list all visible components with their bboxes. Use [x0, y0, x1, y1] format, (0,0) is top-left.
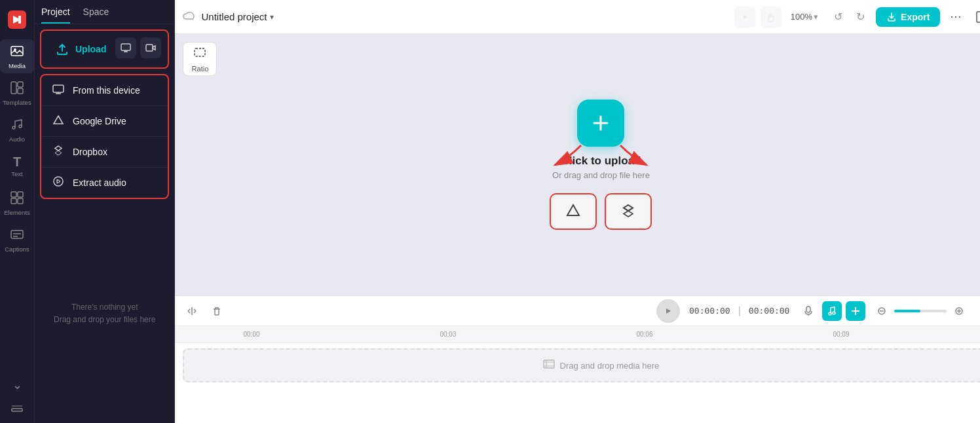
zoom-in-btn[interactable]	[949, 301, 969, 321]
sidebar-item-media[interactable]: Media	[0, 39, 34, 73]
tab-project[interactable]: Project	[41, 7, 70, 24]
zoom-slider-fill	[894, 310, 920, 312]
svg-rect-4	[11, 82, 16, 94]
svg-rect-27	[977, 12, 980, 22]
zoom-slider[interactable]	[894, 310, 947, 312]
cloud-icon	[183, 10, 196, 24]
ratio-button[interactable]: Ratio	[183, 42, 217, 76]
export-button[interactable]: Export	[876, 7, 940, 27]
sidebar-item-text[interactable]: T Text	[0, 149, 34, 183]
media-track-icon	[543, 358, 555, 373]
svg-rect-2	[11, 46, 23, 56]
gdrive-source-btn[interactable]	[550, 193, 597, 230]
svg-rect-55	[544, 360, 554, 368]
music-btn[interactable]	[822, 301, 842, 321]
ruler-mark-3: 00:09	[830, 331, 980, 338]
ruler-marks: 00:00 00:03 00:06 00:09	[240, 331, 980, 338]
sidebar-item-templates[interactable]: Templates	[0, 76, 34, 110]
elements-icon	[10, 191, 24, 207]
svg-point-26	[57, 180, 60, 183]
tab-space[interactable]: Space	[83, 7, 109, 24]
svg-rect-40	[806, 306, 810, 312]
dropbox-source-btn[interactable]	[605, 193, 652, 230]
zoom-chevron-icon: ▾	[814, 12, 818, 22]
drag-drop-text: Or drag and drop file here	[552, 170, 650, 180]
undo-btn[interactable]: ↺	[827, 7, 848, 28]
text-icon: T	[13, 155, 21, 168]
zoom-value: 100%	[791, 12, 812, 22]
zoom-out-btn[interactable]	[872, 301, 892, 321]
audio-icon	[10, 117, 24, 134]
extract-audio-icon	[52, 175, 65, 190]
project-title-text: Untitled project	[201, 11, 267, 22]
svg-line-39	[194, 311, 196, 313]
expand-timeline-btn[interactable]	[975, 302, 980, 320]
zoom-control[interactable]: 100% ▾	[787, 9, 822, 24]
svg-rect-18	[121, 44, 130, 50]
media-label: Media	[9, 62, 26, 69]
ruler-mark-2: 00:06	[633, 331, 830, 338]
sidebar-item-audio[interactable]: Audio	[0, 113, 34, 147]
elements-label: Elements	[4, 209, 30, 216]
ruler-mark-0: 00:00	[240, 331, 437, 338]
sidebar-collapse-btn[interactable]: ⌄	[5, 377, 29, 393]
templates-label: Templates	[3, 99, 31, 106]
empty-line2: Drag and drop your files here	[54, 314, 155, 326]
split-btn[interactable]	[183, 302, 201, 320]
svg-rect-30	[195, 48, 205, 56]
upload-dropdown: From this device Google Drive Dropbox	[40, 74, 169, 199]
media-track[interactable]: Drag and drop media here	[183, 348, 980, 382]
sidebar-bottom: ⌄	[5, 377, 29, 423]
empty-state: There's nothing yet Drag and drop your f…	[35, 204, 174, 423]
svg-point-43	[833, 312, 835, 314]
delete-btn[interactable]	[208, 302, 226, 320]
click-to-upload-text[interactable]: Click to upload	[561, 155, 641, 168]
play-btn[interactable]	[656, 299, 680, 323]
upload-from-device[interactable]: From this device	[41, 75, 168, 106]
sidebar-item-elements[interactable]: Elements	[0, 186, 34, 220]
svg-rect-21	[146, 45, 153, 51]
more-options-btn[interactable]: ···	[945, 7, 966, 28]
extract-audio-label: Extract audio	[73, 177, 126, 188]
ruler-mark-1: 00:03	[437, 331, 633, 338]
svg-point-7	[12, 126, 15, 129]
timeline-ruler: 00:00 00:03 00:06 00:09	[175, 326, 980, 343]
svg-line-37	[188, 311, 190, 313]
upload-button[interactable]: Upload	[48, 37, 111, 61]
play-tool-btn[interactable]	[734, 7, 755, 28]
project-title[interactable]: Untitled project ▾	[201, 11, 273, 22]
empty-line1: There's nothing yet	[71, 301, 138, 314]
upload-icon	[53, 40, 71, 58]
ratio-icon	[193, 46, 206, 62]
timeline-controls: 00:00:00 | 00:00:00	[175, 296, 980, 326]
redo-btn[interactable]: ↻	[850, 7, 871, 28]
hand-tool-btn[interactable]	[761, 7, 782, 28]
current-time: 00:00:00	[689, 306, 730, 316]
dropbox-icon	[52, 145, 65, 159]
total-time: 00:00:00	[749, 306, 790, 316]
dropbox-label: Dropbox	[73, 147, 107, 157]
upload-dropbox[interactable]: Dropbox	[41, 137, 168, 168]
upload-screen-btn[interactable]	[115, 37, 136, 58]
undo-redo-group: ↺ ↻	[827, 7, 871, 28]
app-logo[interactable]	[5, 8, 29, 31]
layout-toggle-btn[interactable]	[971, 7, 980, 28]
extract-audio[interactable]: Extract audio	[41, 168, 168, 198]
timeline-tools	[799, 301, 865, 321]
canvas-upload-btn[interactable]	[577, 100, 624, 147]
templates-icon	[10, 81, 24, 97]
media-icon	[10, 44, 24, 60]
mic-btn[interactable]	[799, 301, 818, 321]
timeline-tracks: Drag and drop media here	[175, 343, 980, 423]
sidebar-grid-btn[interactable]	[5, 397, 29, 415]
canvas-area: Ratio	[175, 34, 980, 295]
audio-label: Audio	[9, 136, 25, 143]
upload-google-drive[interactable]: Google Drive	[41, 106, 168, 137]
split-track-btn[interactable]	[846, 301, 865, 321]
upload-webcam-btn[interactable]	[140, 37, 161, 58]
svg-rect-12	[18, 198, 23, 204]
canvas-upload-area: Click to upload Or drag and drop file he…	[550, 100, 652, 230]
svg-rect-22	[53, 85, 64, 92]
panel-tabs: Project Space	[35, 0, 174, 24]
sidebar-item-captions[interactable]: Captions	[0, 223, 34, 257]
